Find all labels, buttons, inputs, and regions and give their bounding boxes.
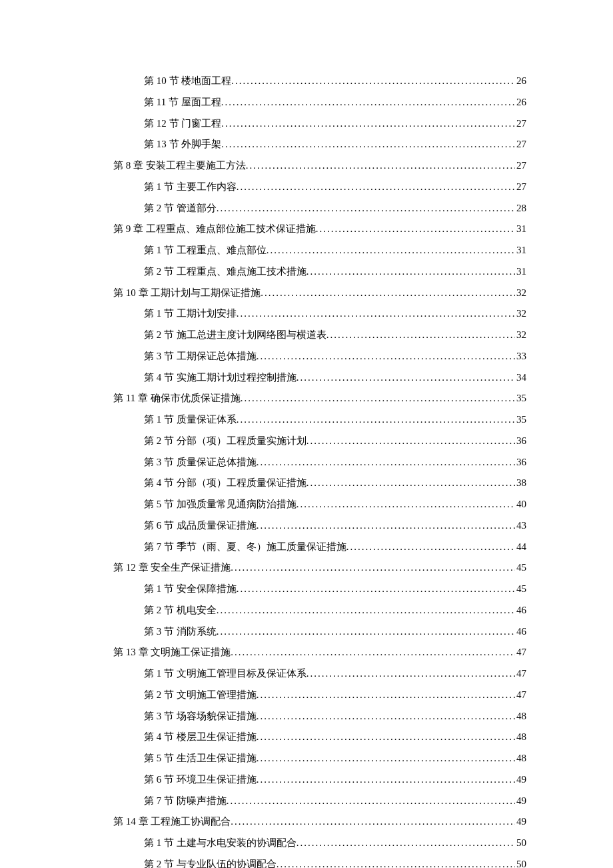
toc-leader-dots xyxy=(237,412,515,427)
toc-entry: 第 1 节 工程重点、难点部位31 xyxy=(144,243,526,258)
toc-leader-dots xyxy=(227,793,515,809)
toc-entry: 第 4 节 实施工期计划过程控制措施34 xyxy=(144,370,526,385)
toc-leader-dots xyxy=(221,116,515,131)
toc-leader-dots xyxy=(231,73,515,89)
toc-entry-page: 46 xyxy=(515,624,526,639)
toc-entry-title: 第 1 节 质量保证体系 xyxy=(144,412,237,427)
toc-entry-title: 第 14 章 工程施工协调配合 xyxy=(113,814,231,829)
toc-entry-title: 第 11 节 屋面工程 xyxy=(144,95,221,110)
toc-entry-title: 第 1 节 安全保障措施 xyxy=(144,581,237,597)
toc-entry-title: 第 2 节 施工总进主度计划网络图与横道表 xyxy=(144,327,326,343)
toc-entry-page: 48 xyxy=(515,709,526,724)
toc-leader-dots xyxy=(306,666,515,681)
toc-entry-title: 第 1 节 文明施工管理目标及保证体系 xyxy=(144,666,306,681)
toc-entry: 第 13 章 文明施工保证措施47 xyxy=(113,645,526,660)
toc-entry-title: 第 4 节 分部（项）工程质量保证措施 xyxy=(144,475,306,491)
toc-entry-title: 第 4 节 实施工期计划过程控制措施 xyxy=(144,370,297,385)
toc-entry-title: 第 2 节 管道部分 xyxy=(144,201,217,216)
toc-leader-dots xyxy=(257,709,515,724)
toc-entry-title: 第 2 节 与专业队伍的协调配合 xyxy=(144,857,277,868)
toc-leader-dots xyxy=(257,349,515,364)
toc-leader-dots xyxy=(326,327,515,343)
toc-entry-title: 第 13 节 外脚手架 xyxy=(144,137,221,152)
toc-entry-page: 45 xyxy=(515,560,526,575)
toc-entry: 第 12 章 安全生产保证措施45 xyxy=(113,560,526,575)
toc-entry-page: 49 xyxy=(515,772,526,787)
toc-leader-dots xyxy=(306,475,515,491)
toc-entry-page: 38 xyxy=(515,475,526,491)
toc-entry-page: 26 xyxy=(515,73,526,89)
toc-entry-title: 第 11 章 确保市优质保证措施 xyxy=(113,391,241,406)
toc-entry-title: 第 7 节 防噪声措施 xyxy=(144,793,227,809)
toc-leader-dots xyxy=(277,857,515,868)
toc-entry: 第 1 节 质量保证体系35 xyxy=(144,412,526,427)
toc-leader-dots xyxy=(257,455,515,470)
toc-entry: 第 3 节 工期保证总体措施33 xyxy=(144,349,526,364)
toc-entry: 第 2 节 管道部分28 xyxy=(144,201,526,216)
toc-entry-page: 36 xyxy=(515,433,526,449)
toc-entry-page: 46 xyxy=(515,603,526,618)
toc-leader-dots xyxy=(221,95,515,110)
toc-entry-title: 第 2 节 分部（项）工程质量实施计划 xyxy=(144,433,306,449)
toc-leader-dots xyxy=(346,539,515,555)
toc-entry-page: 50 xyxy=(515,857,526,868)
toc-entry-title: 第 2 节 文明施工管理措施 xyxy=(144,687,257,703)
toc-entry: 第 7 节 季节（雨、夏、冬）施工质量保证措施44 xyxy=(144,539,526,555)
toc-entry: 第 11 节 屋面工程26 xyxy=(144,95,526,110)
toc-entry-page: 28 xyxy=(515,201,526,216)
toc-entry-title: 第 10 节 楼地面工程 xyxy=(144,73,231,89)
toc-leader-dots xyxy=(217,603,515,618)
toc-entry-page: 35 xyxy=(515,412,526,427)
toc-entry: 第 1 节 文明施工管理目标及保证体系47 xyxy=(144,666,526,681)
toc-entry-title: 第 6 节 环境卫生保证措施 xyxy=(144,772,257,787)
toc-leader-dots xyxy=(316,221,515,237)
toc-entry-title: 第 1 节 土建与水电安装的协调配合 xyxy=(144,835,297,851)
toc-leader-dots xyxy=(297,835,515,851)
toc-entry: 第 2 节 施工总进主度计划网络图与横道表32 xyxy=(144,327,526,343)
toc-leader-dots xyxy=(231,814,515,829)
toc-entry: 第 7 节 防噪声措施49 xyxy=(144,793,526,809)
toc-entry-page: 49 xyxy=(515,793,526,809)
toc-leader-dots xyxy=(306,264,515,279)
toc-entry: 第 1 节 土建与水电安装的协调配合50 xyxy=(144,835,526,851)
toc-entry-title: 第 10 章 工期计划与工期保证措施 xyxy=(113,285,261,301)
toc-entry: 第 2 节 文明施工管理措施47 xyxy=(144,687,526,703)
toc-entry: 第 12 节 门窗工程27 xyxy=(144,116,526,131)
toc-entry: 第 5 节 生活卫生保证措施48 xyxy=(144,751,526,766)
toc-entry-page: 32 xyxy=(515,285,526,301)
toc-entry-page: 31 xyxy=(515,243,526,258)
toc-entry-page: 27 xyxy=(515,179,526,195)
toc-entry-page: 34 xyxy=(515,370,526,385)
toc-entry: 第 1 节 安全保障措施45 xyxy=(144,581,526,597)
toc-entry: 第 11 章 确保市优质保证措施35 xyxy=(113,391,526,406)
toc-entry-page: 31 xyxy=(515,264,526,279)
toc-leader-dots xyxy=(221,137,515,152)
toc-entry-title: 第 2 节 工程重点、难点施工技术措施 xyxy=(144,264,306,279)
toc-entry-title: 第 6 节 成品质量保证措施 xyxy=(144,518,257,533)
toc-leader-dots xyxy=(297,370,515,385)
toc-leader-dots xyxy=(241,391,515,406)
toc-leader-dots xyxy=(237,306,515,321)
toc-entry-title: 第 13 章 文明施工保证措施 xyxy=(113,645,231,660)
toc-leader-dots xyxy=(257,687,515,703)
toc-entry-title: 第 1 节 工程重点、难点部位 xyxy=(144,243,267,258)
toc-entry: 第 1 节 工期计划安排32 xyxy=(144,306,526,321)
toc-entry-page: 44 xyxy=(515,539,526,555)
toc-entry-page: 48 xyxy=(515,751,526,766)
toc-entry: 第 14 章 工程施工协调配合49 xyxy=(113,814,526,829)
toc-entry: 第 4 节 楼层卫生保证措施48 xyxy=(144,729,526,745)
toc-entry: 第 2 节 机电安全46 xyxy=(144,603,526,618)
toc-entry-page: 47 xyxy=(515,687,526,703)
toc-entry-page: 49 xyxy=(515,814,526,829)
toc-entry-title: 第 8 章 安装工程主要施工方法 xyxy=(113,158,246,173)
toc-leader-dots xyxy=(217,624,515,639)
toc-entry-page: 27 xyxy=(515,116,526,131)
toc-entry-page: 43 xyxy=(515,518,526,533)
table-of-contents: 第 10 节 楼地面工程26第 11 节 屋面工程26第 12 节 门窗工程27… xyxy=(113,73,526,868)
toc-entry-page: 48 xyxy=(515,729,526,745)
toc-entry-title: 第 3 节 工期保证总体措施 xyxy=(144,349,257,364)
toc-entry: 第 13 节 外脚手架27 xyxy=(144,137,526,152)
toc-entry-page: 33 xyxy=(515,349,526,364)
toc-entry: 第 6 节 环境卫生保证措施49 xyxy=(144,772,526,787)
toc-entry-title: 第 1 节 主要工作内容 xyxy=(144,179,237,195)
